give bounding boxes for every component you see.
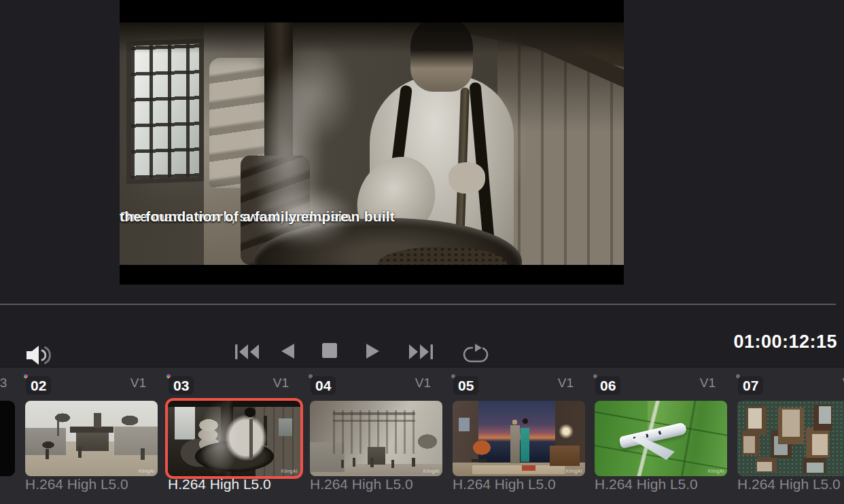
- clip-badge: 03: [166, 374, 171, 378]
- window-art: [126, 39, 204, 184]
- clip-thumbnail[interactable]: KlingAI: [168, 401, 300, 476]
- clip-cell[interactable]: 07 V1 KlingAI H.264 High L5.0: [736, 367, 844, 504]
- play-icon: [365, 342, 381, 360]
- art-shape: [410, 22, 473, 92]
- transport-bar: 01:00:12:15: [0, 305, 844, 367]
- clip-thumbnail[interactable]: KlingAI: [453, 401, 585, 476]
- clip-codec-label: H.264 High L5.0: [595, 476, 698, 492]
- art-shape: [120, 22, 624, 54]
- play-reverse-icon: [279, 342, 296, 360]
- clip-cell[interactable]: 03 V1 KlingAI H.264 High L5.0: [166, 367, 300, 504]
- skip-to-end-icon: [408, 342, 434, 361]
- clip-number: 07: [738, 376, 763, 395]
- watermark: KlingAI: [566, 469, 582, 473]
- watermark: KlingAI: [423, 469, 440, 473]
- clip-badge: 05: [451, 374, 455, 378]
- viewer: One man’s work, sweat, and vision built …: [120, 0, 624, 285]
- clip-badge: 02: [24, 374, 28, 378]
- clip-thumbnail[interactable]: KlingAI: [25, 401, 158, 476]
- clip-number: 03: [169, 376, 194, 395]
- volume-icon: [24, 343, 52, 367]
- timecode-display[interactable]: 01:00:12:15: [733, 331, 837, 353]
- skip-to-start-button[interactable]: [222, 333, 247, 352]
- clip-badge: 06: [593, 374, 597, 378]
- watermark: KlingAI: [281, 469, 298, 473]
- clip-track-label: V1: [700, 376, 716, 391]
- play-button[interactable]: [357, 334, 373, 351]
- clip-cell[interactable]: 04 V1 KlingAI H.264 High L5.0: [309, 367, 442, 504]
- clip-number: 02: [26, 376, 51, 395]
- clip-number: 04: [311, 376, 336, 395]
- clip-codec-label: H.264 High L5.0: [453, 476, 556, 492]
- clip-thumbnail[interactable]: KlingAI: [595, 401, 727, 476]
- stop-icon: [321, 342, 338, 359]
- clip-codec-label: H.264 High L5.0: [737, 476, 841, 492]
- clip-thumbnail[interactable]: KlingAI: [737, 401, 844, 476]
- app-window: One man’s work, sweat, and vision built …: [0, 0, 844, 504]
- clip-badge: 07: [736, 374, 740, 378]
- skip-to-start-icon: [234, 342, 260, 361]
- clip-cell[interactable]: 05 V1 KlingAI H.264 High L5.0: [451, 367, 584, 504]
- clip-codec-label: H.264 High L5.0: [25, 476, 128, 492]
- play-reverse-button[interactable]: [271, 334, 287, 351]
- loop-button[interactable]: [447, 331, 476, 353]
- watermark: KlingAI: [708, 469, 724, 473]
- watermark: KlingAI: [139, 469, 155, 473]
- clip-track-label: V1: [273, 376, 289, 391]
- subtitle-line-2: the foundation of a family empire.: [120, 206, 353, 228]
- clip-codec-label: H.264 High L5.0: [310, 476, 413, 492]
- filmstrip: V3 02 V1 KlingAI H.264 High L5.0 03 V1 K…: [0, 367, 844, 504]
- clip-number: 05: [453, 376, 478, 395]
- clip-cell[interactable]: 06 V1 KlingAI H.264 High L5.0: [593, 367, 726, 504]
- clip-number: 06: [595, 376, 620, 395]
- clip-track-label: V1: [415, 376, 431, 391]
- clip-thumbnail[interactable]: KlingAI: [310, 401, 442, 476]
- art-shape: [449, 162, 485, 194]
- volume-button[interactable]: [11, 330, 38, 356]
- skip-to-end-button[interactable]: [395, 333, 421, 352]
- clip-cell[interactable]: 02 V1 KlingAI H.264 High L5.0: [24, 367, 157, 504]
- video-frame: One man’s work, sweat, and vision built …: [120, 22, 624, 265]
- loop-icon: [461, 342, 490, 364]
- stop-button[interactable]: [313, 334, 330, 350]
- filmstrip-clips: 02 V1 KlingAI H.264 High L5.0 03 V1 Klin…: [0, 367, 844, 504]
- clip-track-label: V1: [130, 376, 146, 391]
- clip-badge: 04: [309, 374, 313, 378]
- clip-track-label: V1: [558, 376, 574, 391]
- clip-codec-label: H.264 High L5.0: [168, 476, 271, 492]
